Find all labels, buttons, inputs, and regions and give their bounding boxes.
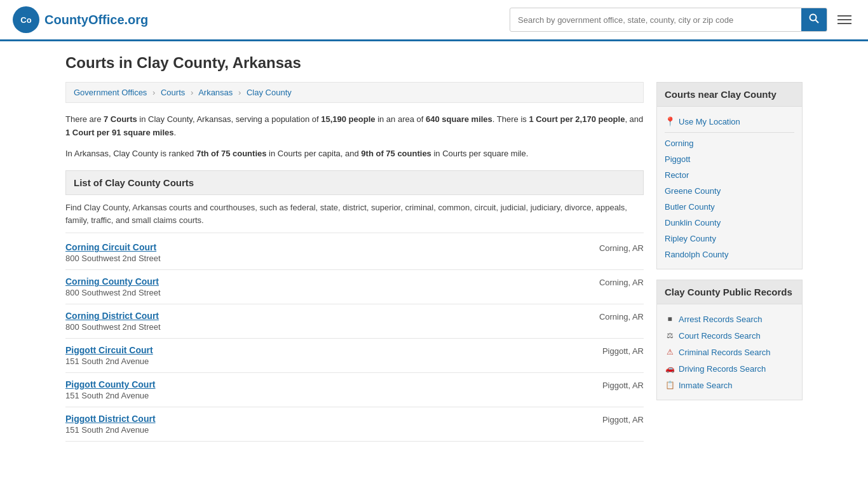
pr-icon: 📋 — [665, 380, 675, 390]
court-entry: Corning District Court 800 Southwest 2nd… — [65, 304, 644, 339]
public-records-body: ■ Arrest Records Search ⚖ Court Records … — [657, 304, 802, 400]
public-records-links: ■ Arrest Records Search ⚖ Court Records … — [665, 311, 794, 393]
use-my-location-item: 📍 Use My Location — [665, 113, 794, 130]
pr-icon: 🚗 — [665, 363, 675, 374]
public-records-section: Clay County Public Records ■ Arrest Reco… — [656, 280, 803, 400]
breadcrumb-gov-offices[interactable]: Government Offices — [74, 88, 147, 97]
court-name[interactable]: Piggott Circuit Court — [65, 345, 153, 355]
nearby-link-item: Corning — [665, 135, 794, 151]
court-address: 800 Southwest 2nd Street — [65, 254, 161, 263]
court-name[interactable]: Corning County Court — [65, 276, 161, 287]
breadcrumb-arkansas[interactable]: Arkansas — [198, 88, 233, 97]
content-wrapper: Government Offices › Courts › Arkansas ›… — [65, 82, 803, 442]
court-name[interactable]: Piggott County Court — [65, 379, 156, 390]
nearby-link[interactable]: Butler County — [665, 202, 715, 212]
court-location: Piggott, AR — [602, 346, 644, 356]
search-bar — [510, 8, 827, 32]
court-entry: Piggott County Court 151 South 2nd Avenu… — [65, 373, 644, 407]
breadcrumb-courts[interactable]: Courts — [161, 88, 185, 97]
public-records-link[interactable]: Arrest Records Search — [679, 315, 763, 324]
page-title: Courts in Clay County, Arkansas — [65, 54, 803, 72]
pr-icon: ⚖ — [665, 330, 675, 341]
logo-area: Co CountyOffice.org — [13, 6, 148, 33]
use-my-location-link[interactable]: Use My Location — [679, 117, 740, 126]
nearby-link[interactable]: Ripley County — [665, 234, 716, 243]
nearby-link[interactable]: Rector — [665, 170, 689, 180]
main-content: Government Offices › Courts › Arkansas ›… — [65, 82, 644, 442]
svg-point-2 — [810, 15, 817, 21]
court-location: Corning, AR — [599, 312, 644, 322]
court-info: Corning County Court 800 Southwest 2nd S… — [65, 276, 161, 297]
header-right — [510, 8, 855, 32]
search-button[interactable] — [801, 8, 827, 31]
nearby-link[interactable]: Randolph County — [665, 250, 728, 259]
main-container: Courts in Clay County, Arkansas Governme… — [53, 41, 815, 454]
court-address: 151 South 2nd Avenue — [65, 391, 156, 400]
menu-button[interactable] — [834, 11, 855, 28]
svg-text:Co: Co — [20, 15, 31, 25]
court-name[interactable]: Piggott District Court — [65, 414, 156, 424]
nearby-link-item: Rector — [665, 167, 794, 183]
court-location: Piggott, AR — [602, 415, 644, 424]
divider — [665, 132, 794, 133]
nearby-link-item: Randolph County — [665, 247, 794, 262]
logo-text: CountyOffice.org — [44, 13, 148, 27]
svg-line-3 — [816, 20, 819, 24]
court-address: 151 South 2nd Avenue — [65, 356, 153, 366]
public-records-link-item: 🚗 Driving Records Search — [665, 360, 794, 377]
court-address: 800 Southwest 2nd Street — [65, 288, 161, 297]
court-info: Corning District Court 800 Southwest 2nd… — [65, 311, 161, 332]
court-name[interactable]: Corning District Court — [65, 311, 161, 321]
public-records-link[interactable]: Criminal Records Search — [679, 348, 771, 357]
court-name[interactable]: Corning Circuit Court — [65, 242, 161, 252]
public-records-link[interactable]: Inmate Search — [679, 381, 733, 390]
nearby-link-item: Greene County — [665, 183, 794, 199]
nearby-links: CorningPiggottRectorGreene CountyButler … — [665, 135, 794, 262]
breadcrumb-clay-county[interactable]: Clay County — [247, 88, 292, 97]
nearby-link-item: Piggott — [665, 151, 794, 167]
info-paragraph-1: There are 7 Courts in Clay County, Arkan… — [65, 113, 644, 140]
court-entry: Corning Circuit Court 800 Southwest 2nd … — [65, 236, 644, 270]
search-input[interactable] — [510, 10, 801, 30]
court-info: Corning Circuit Court 800 Southwest 2nd … — [65, 242, 161, 263]
nearby-courts-body: 📍 Use My Location CorningPiggottRectorGr… — [657, 107, 802, 269]
nearby-link-item: Dunklin County — [665, 215, 794, 231]
info-paragraph-2: In Arkansas, Clay County is ranked 7th o… — [65, 147, 644, 161]
court-entry: Corning County Court 800 Southwest 2nd S… — [65, 270, 644, 304]
nearby-link[interactable]: Corning — [665, 139, 694, 148]
court-location: Corning, AR — [599, 278, 644, 287]
court-info: Piggott Circuit Court 151 South 2nd Aven… — [65, 345, 153, 366]
nearby-courts-header: Courts near Clay County — [657, 83, 802, 107]
public-records-link[interactable]: Driving Records Search — [679, 364, 766, 374]
court-info: Piggott District Court 151 South 2nd Ave… — [65, 414, 156, 435]
court-entry: Piggott Circuit Court 151 South 2nd Aven… — [65, 339, 644, 373]
location-icon: 📍 — [665, 116, 675, 126]
sidebar: Courts near Clay County 📍 Use My Locatio… — [656, 82, 803, 442]
pr-icon: ■ — [665, 314, 675, 324]
court-address: 151 South 2nd Avenue — [65, 425, 156, 435]
nearby-link[interactable]: Greene County — [665, 186, 721, 196]
court-address: 800 Southwest 2nd Street — [65, 322, 161, 332]
pr-icon: ⚠ — [665, 347, 675, 357]
public-records-header: Clay County Public Records — [657, 280, 802, 304]
public-records-link-item: 📋 Inmate Search — [665, 377, 794, 393]
court-info: Piggott County Court 151 South 2nd Avenu… — [65, 379, 156, 400]
logo-icon: Co — [13, 6, 39, 33]
court-list: Corning Circuit Court 800 Southwest 2nd … — [65, 236, 644, 442]
nearby-link[interactable]: Piggott — [665, 154, 690, 164]
list-header: List of Clay County Courts — [65, 170, 644, 195]
court-entry: Piggott District Court 151 South 2nd Ave… — [65, 407, 644, 442]
nearby-link[interactable]: Dunklin County — [665, 218, 721, 227]
public-records-link[interactable]: Court Records Search — [679, 331, 761, 341]
breadcrumb: Government Offices › Courts › Arkansas ›… — [65, 82, 644, 103]
court-location: Piggott, AR — [602, 381, 644, 390]
list-description: Find Clay County, Arkansas courts and co… — [65, 195, 644, 233]
nearby-courts-section: Courts near Clay County 📍 Use My Locatio… — [656, 82, 803, 269]
nearby-link-item: Butler County — [665, 199, 794, 215]
court-location: Corning, AR — [599, 243, 644, 253]
nearby-link-item: Ripley County — [665, 231, 794, 247]
header: Co CountyOffice.org — [0, 0, 868, 41]
public-records-link-item: ■ Arrest Records Search — [665, 311, 794, 327]
public-records-link-item: ⚖ Court Records Search — [665, 327, 794, 344]
public-records-link-item: ⚠ Criminal Records Search — [665, 344, 794, 360]
